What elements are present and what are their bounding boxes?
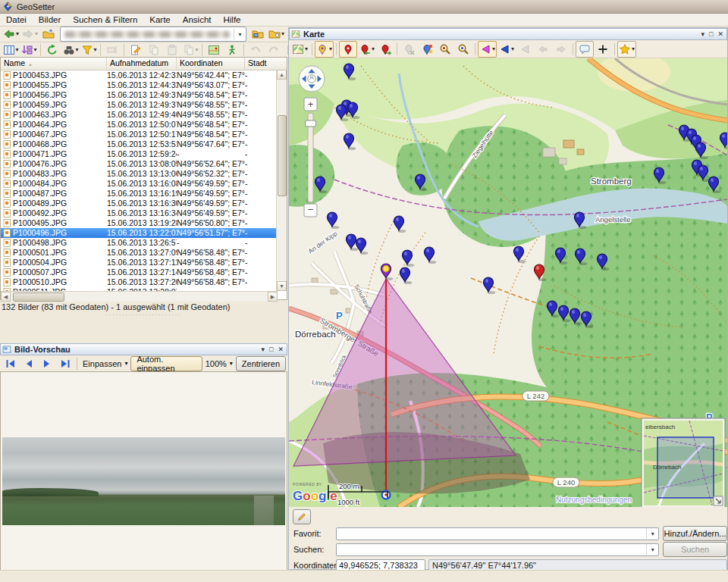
table-header[interactable]: Name▲ Aufnahmedatum Koordinaten Stadt [1,58,287,70]
table-row[interactable]: P1000464.JPG15.06.2013 12:50:07N49°56'48… [1,120,287,130]
fit-dropdown[interactable]: Einpassen▾ [80,357,130,371]
table-row[interactable]: P1000459.JPG15.06.2013 12:49:37N49°56'48… [1,100,287,110]
direction-magenta-button[interactable]: ▾ [478,41,497,58]
forward-arrow-button[interactable]: ▾ [20,26,39,42]
panel-menu-icon[interactable]: ▾ [701,30,704,38]
folder-up-button[interactable] [39,26,58,42]
filter-button[interactable]: ▾ [80,42,98,58]
undo-button[interactable] [246,42,265,58]
paste-button[interactable] [163,42,181,58]
pin-remove-button[interactable] [400,41,418,58]
table-row[interactable]: P1000498.JPG15.06.2013 13:26:57-- [1,238,287,248]
arrow-next-button[interactable] [552,41,570,58]
minimap-collapse-icon[interactable] [714,496,723,505]
scroll-up-icon[interactable]: ▲ [277,70,287,80]
pin-move-button[interactable]: ▾ [357,41,376,58]
map-viewport[interactable]: L 242 L 240 Stromberg Angelstelle Dörreb… [289,58,727,507]
scroll-down-icon[interactable]: ▼ [277,281,287,291]
table-row[interactable]: P1000471.JPG15.06.2013 12:59:24-- [1,149,287,159]
panel-menu-icon[interactable]: ▾ [261,346,265,353]
table-horizontal-scrollbar[interactable]: ◀ ▶ [1,291,278,302]
map-pan-control[interactable] [299,66,325,92]
columns-button[interactable]: ▾ [2,42,20,58]
show-map-button[interactable] [205,42,223,58]
table-row[interactable]: P1000483.JPG15.06.2013 13:13:06N49°56'52… [1,169,287,179]
table-row[interactable]: P1000456.JPG15.06.2013 12:49:31N49°56'48… [1,90,287,100]
panel-close-icon[interactable]: ✕ [278,346,284,353]
autofit-button[interactable]: Autom. einpassen [130,356,202,371]
plus-button[interactable] [594,41,612,58]
table-row[interactable]: P1000468.JPG15.06.2013 12:53:51N49°56'47… [1,139,287,149]
menu-ansicht[interactable]: Ansicht [177,14,218,25]
column-header-city[interactable]: Stadt [245,58,278,70]
chevron-down-icon[interactable]: ▾ [234,29,246,39]
column-header-coords[interactable]: Koordinaten [177,58,245,70]
zoom-pins-button[interactable] [436,41,454,58]
zoom-selected-button[interactable] [454,41,472,58]
table-row[interactable]: P1000484.JPG15.06.2013 13:16:08N49°56'49… [1,179,287,189]
panel-splitter[interactable]: ······················· [0,314,287,317]
panel-maximize-icon[interactable]: □ [269,346,273,353]
column-header-date[interactable]: Aufnahmedatum [107,58,177,70]
arrow-prev-button[interactable] [534,41,552,58]
table-row[interactable]: P1000507.JPG15.06.2013 13:27:14N49°56'58… [1,268,287,277]
file-table[interactable]: Name▲ Aufnahmedatum Koordinaten Stadt P1… [0,57,287,300]
image-folder-button[interactable] [249,26,267,42]
zoom-in-icon[interactable]: + [308,99,314,110]
pin-assign-button[interactable] [376,41,394,58]
table-row[interactable]: P1000496.JPG15.06.2013 13:22:02N49°56'51… [1,228,287,238]
map-panel-titlebar[interactable]: Karte ▾ □ ✕ [289,28,727,40]
pin-edit-button[interactable] [418,41,436,58]
table-row[interactable]: P1000492.JPG15.06.2013 13:16:34N49°56'49… [1,208,287,218]
folder-options-button[interactable]: ▾ [267,26,286,42]
add-favorite-button[interactable]: Hinzuf./Ändern... [663,526,727,541]
zoom-out-icon[interactable]: − [308,204,314,215]
menu-suchen-filtern[interactable]: Suchen & Filtern [67,14,143,25]
copy-special-button[interactable]: ▾ [181,42,199,58]
back-arrow-button[interactable]: ▾ [2,26,20,42]
table-row[interactable]: P1000467.JPG15.06.2013 12:50:17N49°56'48… [1,130,287,139]
nav-next-button[interactable] [38,355,56,372]
edit-data-button[interactable] [127,42,145,58]
nav-prev-button[interactable] [20,355,38,372]
menu-bilder[interactable]: Bilder [33,14,67,25]
menu-karte[interactable]: Karte [143,14,177,25]
table-row[interactable]: P1000455.JPG15.06.2013 12:44:32N49°56'43… [1,80,287,90]
map-type-button[interactable]: ▾ [290,41,309,58]
nav-first-button[interactable] [2,355,20,372]
search-binoculars-button[interactable]: ▾ [61,42,80,58]
panel-close-icon[interactable]: ✕ [717,30,723,38]
terms-link[interactable]: Nutzungsbedingungen [556,496,632,504]
table-row[interactable]: P1000501.JPG15.06.2013 13:27:09N49°56'58… [1,248,287,258]
zoom-slider-handle[interactable] [306,120,316,127]
rename-button[interactable] [103,42,121,58]
menu-hilfe[interactable]: Hilfe [218,14,247,25]
nav-last-button[interactable] [56,355,74,372]
center-button[interactable]: Zentrieren [236,356,286,371]
redo-button[interactable] [265,42,283,58]
menu-datei[interactable]: Datei [0,14,33,25]
table-row[interactable]: P1000495.JPG15.06.2013 13:19:28N49°56'50… [1,218,287,228]
table-vertical-scrollbar[interactable]: ▲ ▼ [276,70,287,291]
tracks-button[interactable] [223,42,241,58]
pin-set-button[interactable] [339,41,357,58]
panel-maximize-icon[interactable]: □ [709,30,713,38]
window-titlebar[interactable]: GeoSetter [0,0,728,14]
edit-coordinates-toggle[interactable] [293,509,311,524]
direction-blue-button[interactable]: ▾ [497,41,516,58]
column-header-name[interactable]: Name▲ [1,58,107,70]
zoom-level-dropdown[interactable]: 100%▾ [202,357,236,371]
table-row[interactable]: P1000489.JPG15.06.2013 13:16:30N49°56'49… [1,199,287,208]
direction-gray-button[interactable] [516,41,534,58]
favorites-star-button[interactable]: ▾ [617,41,636,58]
tooltip-button[interactable] [576,41,594,58]
table-row[interactable]: P1000487.JPG15.06.2013 13:16:19N49°56'49… [1,189,287,199]
copy-button[interactable] [145,42,163,58]
folder-path-combobox[interactable]: ▾ [60,27,246,42]
sort-images-button[interactable]: ▾ [20,42,38,58]
search-button[interactable]: Suchen [663,542,727,557]
scrollbar-thumb[interactable] [278,115,287,196]
table-row[interactable]: P1000453.JPG15.06.2013 12:42:31N49°56'42… [1,70,287,80]
table-row[interactable]: P1000510.JPG15.06.2013 13:27:20N49°56'58… [1,277,287,287]
minimap[interactable]: eibersbach Dörrebach [642,418,725,507]
